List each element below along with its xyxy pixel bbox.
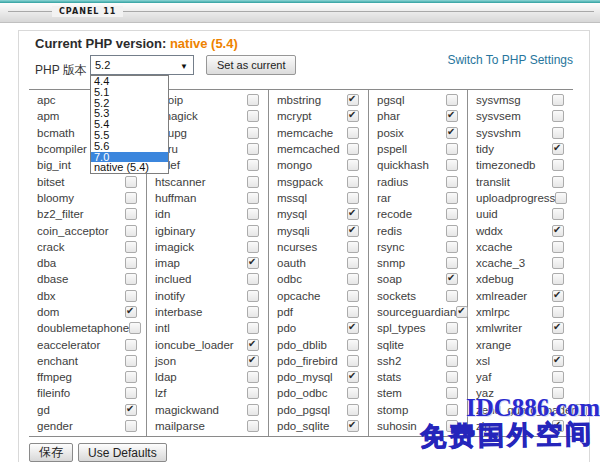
- extension-checkbox[interactable]: [347, 273, 359, 285]
- extension-checkbox[interactable]: [552, 94, 564, 106]
- set-as-current-button[interactable]: Set as current: [206, 55, 296, 75]
- extension-checkbox[interactable]: [125, 339, 137, 351]
- extension-checkbox[interactable]: [347, 420, 359, 432]
- extension-checkbox[interactable]: [247, 127, 259, 139]
- extension-checkbox[interactable]: [347, 290, 359, 302]
- extension-checkbox[interactable]: [552, 143, 564, 155]
- extension-checkbox[interactable]: [125, 387, 137, 399]
- extension-checkbox[interactable]: [247, 94, 259, 106]
- extension-checkbox[interactable]: [552, 225, 564, 237]
- php-version-select[interactable]: 5.2 ▼: [90, 55, 194, 75]
- extension-checkbox[interactable]: [446, 355, 458, 367]
- extension-checkbox[interactable]: [247, 420, 259, 432]
- php-version-option[interactable]: 5.6: [91, 141, 168, 152]
- extension-checkbox[interactable]: [347, 225, 359, 237]
- extension-checkbox[interactable]: [446, 371, 458, 383]
- extension-checkbox[interactable]: [347, 387, 359, 399]
- extension-checkbox[interactable]: [446, 339, 458, 351]
- extension-checkbox[interactable]: [552, 420, 564, 432]
- extension-checkbox[interactable]: [247, 257, 259, 269]
- save-button[interactable]: 保存: [29, 443, 73, 462]
- extension-checkbox[interactable]: [347, 176, 359, 188]
- extension-checkbox[interactable]: [247, 387, 259, 399]
- extension-checkbox[interactable]: [552, 127, 564, 139]
- extension-checkbox[interactable]: [125, 355, 137, 367]
- extension-checkbox[interactable]: [125, 225, 137, 237]
- extension-checkbox[interactable]: [575, 404, 587, 416]
- extension-checkbox[interactable]: [247, 159, 259, 171]
- extension-checkbox[interactable]: [247, 208, 259, 220]
- extension-checkbox[interactable]: [125, 404, 137, 416]
- extension-checkbox[interactable]: [446, 387, 458, 399]
- extension-checkbox[interactable]: [446, 322, 458, 334]
- extension-checkbox[interactable]: [446, 159, 458, 171]
- extension-checkbox[interactable]: [347, 404, 359, 416]
- extension-checkbox[interactable]: [125, 192, 137, 204]
- extension-checkbox[interactable]: [446, 94, 458, 106]
- extension-checkbox[interactable]: [125, 257, 137, 269]
- extension-checkbox[interactable]: [247, 404, 259, 416]
- switch-to-php-settings-link[interactable]: Switch To PHP Settings: [447, 53, 573, 67]
- extension-checkbox[interactable]: [347, 339, 359, 351]
- extension-checkbox[interactable]: [552, 110, 564, 122]
- extension-checkbox[interactable]: [247, 306, 259, 318]
- extension-checkbox[interactable]: [347, 306, 359, 318]
- php-version-option[interactable]: 5.1: [91, 87, 168, 98]
- extension-checkbox[interactable]: [247, 322, 259, 334]
- extension-checkbox[interactable]: [552, 159, 564, 171]
- extension-checkbox[interactable]: [347, 110, 359, 122]
- extension-checkbox[interactable]: [552, 339, 564, 351]
- extension-checkbox[interactable]: [552, 257, 564, 269]
- extension-checkbox[interactable]: [247, 371, 259, 383]
- extension-checkbox[interactable]: [446, 241, 458, 253]
- extension-checkbox[interactable]: [446, 290, 458, 302]
- extension-checkbox[interactable]: [446, 404, 458, 416]
- php-version-option[interactable]: native (5.4): [91, 162, 168, 173]
- extension-checkbox[interactable]: [247, 110, 259, 122]
- extension-checkbox[interactable]: [247, 192, 259, 204]
- extension-checkbox[interactable]: [247, 176, 259, 188]
- use-defaults-button[interactable]: Use Defaults: [78, 443, 167, 462]
- extension-checkbox[interactable]: [347, 143, 359, 155]
- extension-checkbox[interactable]: [347, 322, 359, 334]
- extension-checkbox[interactable]: [347, 94, 359, 106]
- extension-checkbox[interactable]: [552, 306, 564, 318]
- extension-checkbox[interactable]: [446, 257, 458, 269]
- extension-checkbox[interactable]: [347, 127, 359, 139]
- extension-checkbox[interactable]: [446, 143, 458, 155]
- extension-checkbox[interactable]: [555, 192, 567, 204]
- extension-checkbox[interactable]: [446, 192, 458, 204]
- extension-checkbox[interactable]: [552, 176, 564, 188]
- extension-checkbox[interactable]: [347, 241, 359, 253]
- extension-checkbox[interactable]: [347, 257, 359, 269]
- extension-checkbox[interactable]: [247, 143, 259, 155]
- extension-checkbox[interactable]: [129, 322, 141, 334]
- extension-checkbox[interactable]: [552, 371, 564, 383]
- extension-checkbox[interactable]: [125, 371, 137, 383]
- extension-checkbox[interactable]: [125, 208, 137, 220]
- extension-checkbox[interactable]: [125, 241, 137, 253]
- extension-checkbox[interactable]: [247, 355, 259, 367]
- extension-checkbox[interactable]: [456, 306, 468, 318]
- extension-checkbox[interactable]: [552, 241, 564, 253]
- extension-checkbox[interactable]: [446, 176, 458, 188]
- extension-checkbox[interactable]: [347, 208, 359, 220]
- extension-checkbox[interactable]: [247, 225, 259, 237]
- extension-checkbox[interactable]: [125, 306, 137, 318]
- extension-checkbox[interactable]: [347, 192, 359, 204]
- extension-checkbox[interactable]: [125, 290, 137, 302]
- extension-checkbox[interactable]: [552, 322, 564, 334]
- extension-checkbox[interactable]: [347, 371, 359, 383]
- extension-checkbox[interactable]: [125, 176, 137, 188]
- extension-checkbox[interactable]: [247, 339, 259, 351]
- extension-checkbox[interactable]: [446, 127, 458, 139]
- extension-checkbox[interactable]: [446, 110, 458, 122]
- extension-checkbox[interactable]: [247, 273, 259, 285]
- extension-checkbox[interactable]: [446, 273, 458, 285]
- extension-checkbox[interactable]: [552, 355, 564, 367]
- extension-checkbox[interactable]: [446, 420, 458, 432]
- extension-checkbox[interactable]: [347, 355, 359, 367]
- extension-checkbox[interactable]: [552, 273, 564, 285]
- extension-checkbox[interactable]: [446, 208, 458, 220]
- extension-checkbox[interactable]: [446, 225, 458, 237]
